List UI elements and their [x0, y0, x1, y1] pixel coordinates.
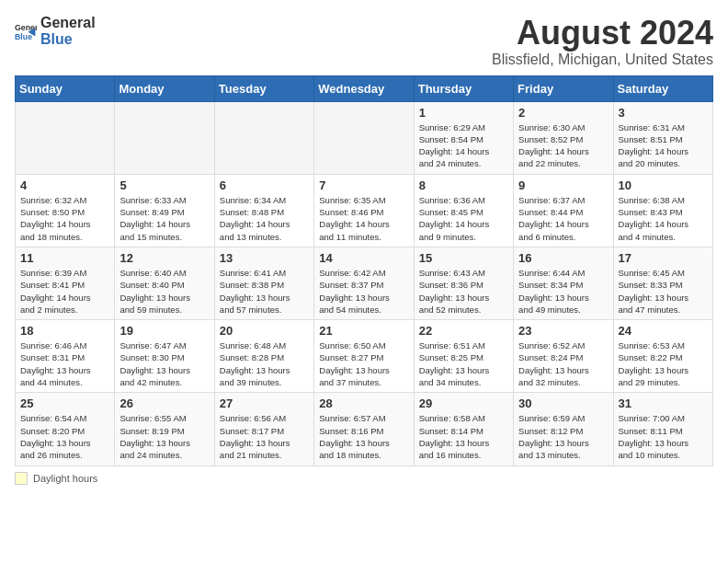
day-info: Sunrise: 6:38 AM Sunset: 8:43 PM Dayligh… [619, 194, 708, 243]
calendar-cell: 24Sunrise: 6:53 AM Sunset: 8:22 PM Dayli… [613, 320, 712, 393]
day-info: Sunrise: 6:47 AM Sunset: 8:30 PM Dayligh… [119, 339, 209, 388]
day-info: Sunrise: 6:53 AM Sunset: 8:22 PM Dayligh… [619, 339, 708, 388]
day-number: 12 [119, 251, 209, 265]
day-number: 23 [518, 324, 608, 338]
calendar-cell: 19Sunrise: 6:47 AM Sunset: 8:30 PM Dayli… [115, 320, 214, 393]
calendar-header-wednesday: Wednesday [314, 75, 414, 101]
day-info: Sunrise: 6:33 AM Sunset: 8:49 PM Dayligh… [119, 194, 209, 243]
calendar-week-2: 4Sunrise: 6:32 AM Sunset: 8:50 PM Daylig… [16, 174, 713, 247]
day-number: 15 [419, 251, 508, 265]
calendar-week-1: 1Sunrise: 6:29 AM Sunset: 8:54 PM Daylig… [16, 101, 713, 174]
calendar-cell: 1Sunrise: 6:29 AM Sunset: 8:54 PM Daylig… [414, 101, 513, 174]
calendar-cell: 6Sunrise: 6:34 AM Sunset: 8:48 PM Daylig… [214, 174, 313, 247]
day-number: 18 [20, 324, 109, 338]
day-number: 22 [419, 324, 508, 338]
day-info: Sunrise: 6:48 AM Sunset: 8:28 PM Dayligh… [220, 339, 309, 388]
calendar-cell [16, 101, 115, 174]
calendar-cell: 13Sunrise: 6:41 AM Sunset: 8:38 PM Dayli… [214, 247, 313, 319]
calendar-cell: 18Sunrise: 6:46 AM Sunset: 8:31 PM Dayli… [16, 320, 115, 393]
calendar-cell: 15Sunrise: 6:43 AM Sunset: 8:36 PM Dayli… [414, 247, 513, 319]
calendar-week-5: 25Sunrise: 6:54 AM Sunset: 8:20 PM Dayli… [16, 393, 713, 465]
calendar-header-thursday: Thursday [414, 75, 513, 101]
day-info: Sunrise: 6:37 AM Sunset: 8:44 PM Dayligh… [518, 194, 608, 243]
daylight-legend-label: Daylight hours [33, 473, 97, 484]
calendar-cell: 20Sunrise: 6:48 AM Sunset: 8:28 PM Dayli… [214, 320, 313, 393]
day-info: Sunrise: 6:32 AM Sunset: 8:50 PM Dayligh… [20, 194, 109, 243]
day-number: 10 [619, 178, 708, 192]
day-info: Sunrise: 6:51 AM Sunset: 8:25 PM Dayligh… [419, 339, 508, 388]
day-number: 9 [518, 178, 608, 192]
day-number: 31 [619, 396, 708, 410]
day-number: 29 [419, 396, 508, 410]
calendar-cell [314, 101, 414, 174]
calendar-cell: 29Sunrise: 6:58 AM Sunset: 8:14 PM Dayli… [414, 393, 513, 465]
calendar-cell: 7Sunrise: 6:35 AM Sunset: 8:46 PM Daylig… [314, 174, 414, 247]
month-title: August 2024 [492, 15, 713, 52]
day-number: 11 [20, 251, 109, 265]
day-info: Sunrise: 6:58 AM Sunset: 8:14 PM Dayligh… [419, 412, 508, 461]
day-info: Sunrise: 6:36 AM Sunset: 8:45 PM Dayligh… [419, 194, 508, 243]
calendar-cell: 10Sunrise: 6:38 AM Sunset: 8:43 PM Dayli… [613, 174, 712, 247]
day-info: Sunrise: 6:34 AM Sunset: 8:48 PM Dayligh… [220, 194, 309, 243]
svg-text:Blue: Blue [15, 31, 32, 40]
day-info: Sunrise: 6:39 AM Sunset: 8:41 PM Dayligh… [20, 267, 109, 316]
day-info: Sunrise: 6:56 AM Sunset: 8:17 PM Dayligh… [220, 412, 309, 461]
day-info: Sunrise: 6:42 AM Sunset: 8:37 PM Dayligh… [319, 267, 408, 316]
day-number: 1 [419, 106, 508, 120]
footer: Daylight hours [15, 472, 713, 485]
logo-general-text: General [40, 15, 96, 31]
day-info: Sunrise: 6:35 AM Sunset: 8:46 PM Dayligh… [319, 194, 408, 243]
day-info: Sunrise: 6:45 AM Sunset: 8:33 PM Dayligh… [619, 267, 708, 316]
day-info: Sunrise: 6:54 AM Sunset: 8:20 PM Dayligh… [20, 412, 109, 461]
day-number: 7 [319, 178, 408, 192]
day-number: 8 [419, 178, 508, 192]
day-info: Sunrise: 6:40 AM Sunset: 8:40 PM Dayligh… [119, 267, 209, 316]
day-number: 24 [619, 324, 708, 338]
day-info: Sunrise: 6:44 AM Sunset: 8:34 PM Dayligh… [518, 267, 608, 316]
calendar-cell: 5Sunrise: 6:33 AM Sunset: 8:49 PM Daylig… [115, 174, 214, 247]
calendar-header-sunday: Sunday [16, 75, 115, 101]
calendar-week-3: 11Sunrise: 6:39 AM Sunset: 8:41 PM Dayli… [16, 247, 713, 319]
calendar-cell: 21Sunrise: 6:50 AM Sunset: 8:27 PM Dayli… [314, 320, 414, 393]
day-number: 28 [319, 396, 408, 410]
calendar-cell: 9Sunrise: 6:37 AM Sunset: 8:44 PM Daylig… [514, 174, 613, 247]
day-info: Sunrise: 6:52 AM Sunset: 8:24 PM Dayligh… [518, 339, 608, 388]
day-number: 4 [20, 178, 109, 192]
title-area: August 2024 Blissfield, Michigan, United… [492, 15, 713, 68]
calendar-cell: 4Sunrise: 6:32 AM Sunset: 8:50 PM Daylig… [16, 174, 115, 247]
calendar-header-friday: Friday [514, 75, 613, 101]
day-number: 27 [220, 396, 309, 410]
calendar-cell: 23Sunrise: 6:52 AM Sunset: 8:24 PM Dayli… [514, 320, 613, 393]
day-number: 16 [518, 251, 608, 265]
day-info: Sunrise: 6:55 AM Sunset: 8:19 PM Dayligh… [119, 412, 209, 461]
calendar-header-saturday: Saturday [613, 75, 712, 101]
calendar-cell: 22Sunrise: 6:51 AM Sunset: 8:25 PM Dayli… [414, 320, 513, 393]
calendar-cell: 27Sunrise: 6:56 AM Sunset: 8:17 PM Dayli… [214, 393, 313, 465]
day-info: Sunrise: 6:57 AM Sunset: 8:16 PM Dayligh… [319, 412, 408, 461]
day-info: Sunrise: 6:50 AM Sunset: 8:27 PM Dayligh… [319, 339, 408, 388]
calendar-week-4: 18Sunrise: 6:46 AM Sunset: 8:31 PM Dayli… [16, 320, 713, 393]
day-number: 26 [119, 396, 209, 410]
calendar-cell: 25Sunrise: 6:54 AM Sunset: 8:20 PM Dayli… [16, 393, 115, 465]
calendar-cell: 16Sunrise: 6:44 AM Sunset: 8:34 PM Dayli… [514, 247, 613, 319]
logo: General Blue General Blue [15, 15, 96, 47]
day-number: 5 [119, 178, 209, 192]
day-info: Sunrise: 6:30 AM Sunset: 8:52 PM Dayligh… [518, 121, 608, 170]
day-number: 19 [119, 324, 209, 338]
calendar-cell: 30Sunrise: 6:59 AM Sunset: 8:12 PM Dayli… [514, 393, 613, 465]
day-info: Sunrise: 6:46 AM Sunset: 8:31 PM Dayligh… [20, 339, 109, 388]
calendar-header-tuesday: Tuesday [214, 75, 313, 101]
day-info: Sunrise: 6:59 AM Sunset: 8:12 PM Dayligh… [518, 412, 608, 461]
calendar: SundayMondayTuesdayWednesdayThursdayFrid… [15, 75, 713, 466]
day-info: Sunrise: 6:43 AM Sunset: 8:36 PM Dayligh… [419, 267, 508, 316]
day-number: 3 [619, 106, 708, 120]
calendar-cell: 12Sunrise: 6:40 AM Sunset: 8:40 PM Dayli… [115, 247, 214, 319]
header: General Blue General Blue August 2024 Bl… [15, 15, 713, 68]
day-number: 20 [220, 324, 309, 338]
calendar-cell: 17Sunrise: 6:45 AM Sunset: 8:33 PM Dayli… [613, 247, 712, 319]
day-number: 14 [319, 251, 408, 265]
day-info: Sunrise: 6:31 AM Sunset: 8:51 PM Dayligh… [619, 121, 708, 170]
location-title: Blissfield, Michigan, United States [492, 52, 713, 68]
daylight-legend-box [15, 472, 28, 485]
calendar-cell [115, 101, 214, 174]
